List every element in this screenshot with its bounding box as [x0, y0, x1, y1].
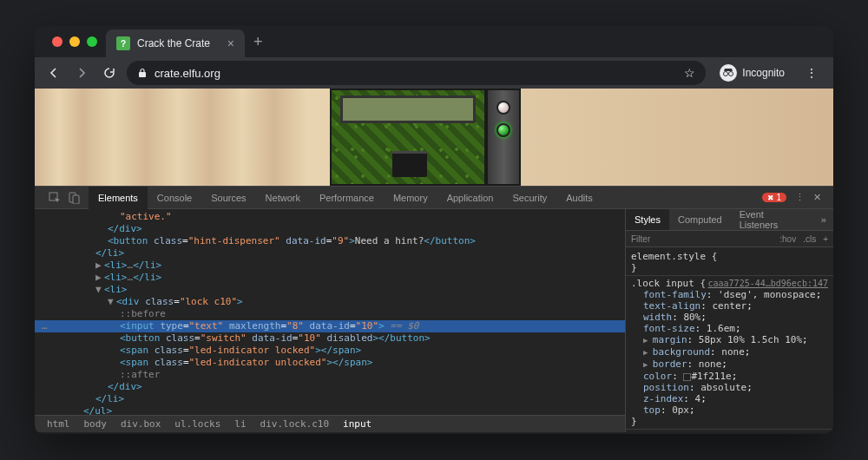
devtools-close-icon[interactable]: ✕ [813, 192, 821, 203]
style-declaration[interactable]: z-index: 4; [631, 393, 828, 404]
bc-item[interactable]: ul.locks [168, 418, 227, 430]
dom-line[interactable]: </li> [35, 393, 625, 405]
dom-line-selected[interactable]: …<input type="text" maxlength="8" data-i… [35, 320, 625, 332]
style-declaration[interactable]: ▶ border: none; [631, 358, 828, 371]
dom-line[interactable]: ::before [35, 308, 625, 320]
tab-sources[interactable]: Sources [201, 187, 255, 209]
led-unlocked-icon [496, 123, 510, 137]
dom-line[interactable]: </div> [35, 381, 625, 393]
dom-line[interactable]: <button class="hint-dispenser" data-id="… [35, 235, 625, 247]
bc-item-active[interactable]: input [336, 418, 378, 430]
svg-rect-0 [139, 72, 146, 77]
tab-styles[interactable]: Styles [626, 209, 669, 230]
inspect-element-icon[interactable] [49, 192, 61, 204]
elements-panel: "active." </div> <button class="hint-dis… [35, 209, 625, 432]
url-text: crate.elfu.org [155, 67, 220, 80]
reload-icon [102, 66, 116, 80]
address-bar: crate.elfu.org ☆ Incognito ⋮ [35, 57, 833, 89]
svg-point-1 [724, 72, 728, 76]
dom-line[interactable]: </li> [35, 247, 625, 260]
url-bar[interactable]: crate.elfu.org ☆ [127, 61, 706, 85]
arrow-right-icon [75, 66, 89, 80]
incognito-badge[interactable]: Incognito [713, 64, 792, 82]
style-declaration[interactable]: width: 80%; [631, 312, 828, 323]
dom-line[interactable]: "active." [35, 211, 625, 223]
tab-memory[interactable]: Memory [384, 187, 437, 209]
style-rule[interactable]: element.style { } [626, 249, 833, 276]
dom-line[interactable]: ::after [35, 369, 625, 381]
styles-sidebar: Styles Computed Event Listeners » Filter… [625, 209, 833, 432]
new-tab-button[interactable]: + [245, 33, 272, 51]
bc-item[interactable]: body [77, 418, 115, 430]
dom-line[interactable]: ▶<li>…</li> [35, 260, 625, 272]
bc-item[interactable]: li [227, 418, 253, 430]
page-viewport [35, 89, 833, 186]
style-rule[interactable]: * {caaa7725-44…bbd96ecb:20 box-sizing: b… [626, 430, 833, 432]
close-window-button[interactable] [52, 36, 62, 47]
reload-button[interactable] [99, 62, 120, 83]
tab-event-listeners[interactable]: Event Listeners [731, 209, 814, 230]
back-button[interactable] [43, 62, 64, 83]
add-rule-button[interactable]: + [823, 234, 828, 244]
styles-tabs: Styles Computed Event Listeners » [626, 209, 833, 230]
cls-toggle[interactable]: .cls [803, 234, 816, 244]
traffic-lights [43, 36, 106, 47]
dom-line[interactable]: <button class="switch" data-id="10" disa… [35, 332, 625, 345]
dom-line[interactable]: ▼<li> [35, 284, 625, 296]
styles-rules[interactable]: element.style { } .lock input {caaa7725-… [626, 247, 833, 432]
tab-computed[interactable]: Computed [669, 209, 731, 230]
tab-console[interactable]: Console [148, 187, 201, 209]
style-declaration[interactable]: text-align: center; [631, 300, 828, 312]
dom-line[interactable]: ▶<li>…</li> [35, 272, 625, 284]
svg-rect-5 [73, 195, 79, 204]
style-declaration[interactable]: font-family: 'dseg', monospace; [631, 289, 828, 300]
tab-application[interactable]: Application [437, 187, 503, 209]
style-declaration[interactable]: ▶ background: none; [631, 346, 828, 358]
tab-performance[interactable]: Performance [310, 187, 384, 209]
device-toggle-icon[interactable] [68, 192, 80, 204]
devtools-settings-icon[interactable]: ⋮ [795, 192, 805, 203]
dom-line[interactable]: </div> [35, 223, 625, 235]
lcd-display[interactable] [340, 95, 476, 123]
bookmark-icon[interactable]: ☆ [684, 66, 695, 80]
style-declaration[interactable]: color: #1f211e; [631, 371, 828, 382]
forward-button[interactable] [71, 62, 92, 83]
bc-item[interactable]: html [40, 418, 77, 430]
tab-security[interactable]: Security [503, 187, 556, 209]
error-count-badge[interactable]: ✖ 1 [762, 193, 786, 202]
incognito-label: Incognito [742, 67, 785, 79]
style-declaration[interactable]: font-size: 1.6em; [631, 323, 828, 334]
tab-audits[interactable]: Audits [556, 187, 602, 209]
led-locked-icon [496, 101, 510, 115]
dom-line[interactable]: ▼<div class="lock c10"> [35, 296, 625, 308]
dom-tree[interactable]: "active." </div> <button class="hint-dis… [35, 209, 625, 415]
bc-item[interactable]: div.lock.c10 [253, 418, 336, 430]
style-rule[interactable]: .lock input {caaa7725-44…bd96ecb:147 fon… [626, 276, 833, 430]
style-declaration[interactable]: top: 0px; [631, 404, 828, 416]
tab-network[interactable]: Network [256, 187, 310, 209]
close-tab-button[interactable]: × [227, 36, 234, 50]
style-declaration[interactable]: ▶ margin: 58px 10% 1.5ch 10%; [631, 334, 828, 346]
more-tabs-icon[interactable]: » [813, 214, 833, 226]
arrow-left-icon [47, 66, 61, 80]
devtools-panel: Elements Console Sources Network Perform… [35, 186, 833, 432]
tab-elements[interactable]: Elements [89, 187, 148, 209]
maximize-window-button[interactable] [87, 36, 97, 47]
browser-menu-button[interactable]: ⋮ [799, 66, 825, 80]
favicon-icon: ? [116, 36, 130, 50]
browser-window: ? Crack the Crate × + crate.elfu.org ☆ [35, 26, 833, 434]
styles-filter-bar: Filter :hov .cls + [626, 230, 833, 247]
bc-item[interactable]: div.box [114, 418, 168, 430]
svg-point-2 [729, 72, 733, 76]
incognito-icon [720, 64, 737, 82]
browser-tab[interactable]: ? Crack the Crate × [106, 30, 245, 57]
chip-icon [392, 151, 427, 177]
dom-line[interactable]: <span class="led-indicator unlocked"></s… [35, 357, 625, 369]
filter-input[interactable]: Filter [631, 234, 650, 244]
dom-line[interactable]: <span class="led-indicator locked"></spa… [35, 345, 625, 357]
dom-line[interactable]: </ul> [35, 405, 625, 415]
minimize-window-button[interactable] [69, 36, 80, 47]
circuit-board [330, 89, 486, 186]
style-declaration[interactable]: position: absolute; [631, 382, 828, 393]
hov-toggle[interactable]: :hov [779, 234, 796, 244]
